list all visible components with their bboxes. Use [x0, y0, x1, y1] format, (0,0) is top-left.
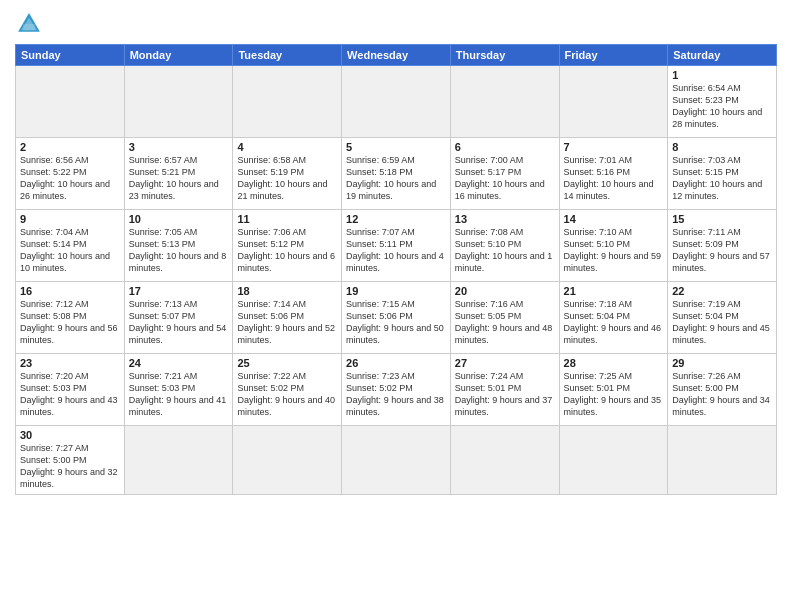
day-info: Sunrise: 7:14 AM Sunset: 5:06 PM Dayligh…	[237, 298, 337, 347]
day-info: Sunrise: 7:00 AM Sunset: 5:17 PM Dayligh…	[455, 154, 555, 203]
day-info: Sunrise: 7:27 AM Sunset: 5:00 PM Dayligh…	[20, 442, 120, 491]
day-number: 15	[672, 213, 772, 225]
calendar-week-row: 2Sunrise: 6:56 AM Sunset: 5:22 PM Daylig…	[16, 138, 777, 210]
col-header-wednesday: Wednesday	[342, 45, 451, 66]
calendar-cell: 28Sunrise: 7:25 AM Sunset: 5:01 PM Dayli…	[559, 354, 668, 426]
calendar-cell: 27Sunrise: 7:24 AM Sunset: 5:01 PM Dayli…	[450, 354, 559, 426]
day-info: Sunrise: 7:21 AM Sunset: 5:03 PM Dayligh…	[129, 370, 229, 419]
day-number: 30	[20, 429, 120, 441]
logo	[15, 10, 47, 38]
day-info: Sunrise: 6:57 AM Sunset: 5:21 PM Dayligh…	[129, 154, 229, 203]
calendar-header-row: SundayMondayTuesdayWednesdayThursdayFrid…	[16, 45, 777, 66]
day-info: Sunrise: 6:58 AM Sunset: 5:19 PM Dayligh…	[237, 154, 337, 203]
calendar-week-row: 9Sunrise: 7:04 AM Sunset: 5:14 PM Daylig…	[16, 210, 777, 282]
calendar: SundayMondayTuesdayWednesdayThursdayFrid…	[15, 44, 777, 495]
calendar-cell: 21Sunrise: 7:18 AM Sunset: 5:04 PM Dayli…	[559, 282, 668, 354]
page: SundayMondayTuesdayWednesdayThursdayFrid…	[0, 0, 792, 612]
day-number: 14	[564, 213, 664, 225]
day-number: 12	[346, 213, 446, 225]
calendar-cell	[16, 66, 125, 138]
day-number: 24	[129, 357, 229, 369]
col-header-friday: Friday	[559, 45, 668, 66]
calendar-cell: 25Sunrise: 7:22 AM Sunset: 5:02 PM Dayli…	[233, 354, 342, 426]
calendar-cell	[668, 426, 777, 495]
day-info: Sunrise: 7:23 AM Sunset: 5:02 PM Dayligh…	[346, 370, 446, 419]
day-number: 4	[237, 141, 337, 153]
calendar-week-row: 16Sunrise: 7:12 AM Sunset: 5:08 PM Dayli…	[16, 282, 777, 354]
calendar-cell	[124, 66, 233, 138]
day-number: 25	[237, 357, 337, 369]
calendar-cell: 26Sunrise: 7:23 AM Sunset: 5:02 PM Dayli…	[342, 354, 451, 426]
day-info: Sunrise: 7:07 AM Sunset: 5:11 PM Dayligh…	[346, 226, 446, 275]
calendar-cell	[559, 66, 668, 138]
calendar-cell: 18Sunrise: 7:14 AM Sunset: 5:06 PM Dayli…	[233, 282, 342, 354]
day-number: 16	[20, 285, 120, 297]
calendar-cell: 7Sunrise: 7:01 AM Sunset: 5:16 PM Daylig…	[559, 138, 668, 210]
calendar-cell: 13Sunrise: 7:08 AM Sunset: 5:10 PM Dayli…	[450, 210, 559, 282]
day-number: 2	[20, 141, 120, 153]
calendar-cell	[342, 66, 451, 138]
calendar-cell: 16Sunrise: 7:12 AM Sunset: 5:08 PM Dayli…	[16, 282, 125, 354]
calendar-cell: 2Sunrise: 6:56 AM Sunset: 5:22 PM Daylig…	[16, 138, 125, 210]
calendar-week-row: 30Sunrise: 7:27 AM Sunset: 5:00 PM Dayli…	[16, 426, 777, 495]
calendar-cell	[450, 66, 559, 138]
day-info: Sunrise: 7:16 AM Sunset: 5:05 PM Dayligh…	[455, 298, 555, 347]
day-info: Sunrise: 7:01 AM Sunset: 5:16 PM Dayligh…	[564, 154, 664, 203]
day-number: 13	[455, 213, 555, 225]
calendar-cell: 1Sunrise: 6:54 AM Sunset: 5:23 PM Daylig…	[668, 66, 777, 138]
day-number: 23	[20, 357, 120, 369]
calendar-cell: 15Sunrise: 7:11 AM Sunset: 5:09 PM Dayli…	[668, 210, 777, 282]
calendar-cell	[559, 426, 668, 495]
calendar-cell: 20Sunrise: 7:16 AM Sunset: 5:05 PM Dayli…	[450, 282, 559, 354]
day-number: 21	[564, 285, 664, 297]
day-number: 22	[672, 285, 772, 297]
day-info: Sunrise: 7:03 AM Sunset: 5:15 PM Dayligh…	[672, 154, 772, 203]
day-info: Sunrise: 7:11 AM Sunset: 5:09 PM Dayligh…	[672, 226, 772, 275]
day-number: 26	[346, 357, 446, 369]
calendar-cell	[233, 426, 342, 495]
day-number: 29	[672, 357, 772, 369]
day-number: 10	[129, 213, 229, 225]
calendar-cell: 5Sunrise: 6:59 AM Sunset: 5:18 PM Daylig…	[342, 138, 451, 210]
day-info: Sunrise: 7:19 AM Sunset: 5:04 PM Dayligh…	[672, 298, 772, 347]
col-header-thursday: Thursday	[450, 45, 559, 66]
day-info: Sunrise: 7:22 AM Sunset: 5:02 PM Dayligh…	[237, 370, 337, 419]
day-number: 9	[20, 213, 120, 225]
svg-rect-2	[23, 24, 35, 30]
day-info: Sunrise: 7:24 AM Sunset: 5:01 PM Dayligh…	[455, 370, 555, 419]
day-info: Sunrise: 7:12 AM Sunset: 5:08 PM Dayligh…	[20, 298, 120, 347]
day-info: Sunrise: 7:25 AM Sunset: 5:01 PM Dayligh…	[564, 370, 664, 419]
col-header-monday: Monday	[124, 45, 233, 66]
day-number: 7	[564, 141, 664, 153]
day-info: Sunrise: 7:20 AM Sunset: 5:03 PM Dayligh…	[20, 370, 120, 419]
day-info: Sunrise: 7:13 AM Sunset: 5:07 PM Dayligh…	[129, 298, 229, 347]
calendar-cell: 19Sunrise: 7:15 AM Sunset: 5:06 PM Dayli…	[342, 282, 451, 354]
day-info: Sunrise: 6:56 AM Sunset: 5:22 PM Dayligh…	[20, 154, 120, 203]
col-header-saturday: Saturday	[668, 45, 777, 66]
calendar-cell: 29Sunrise: 7:26 AM Sunset: 5:00 PM Dayli…	[668, 354, 777, 426]
header	[15, 10, 777, 38]
calendar-week-row: 1Sunrise: 6:54 AM Sunset: 5:23 PM Daylig…	[16, 66, 777, 138]
calendar-cell: 30Sunrise: 7:27 AM Sunset: 5:00 PM Dayli…	[16, 426, 125, 495]
day-info: Sunrise: 7:10 AM Sunset: 5:10 PM Dayligh…	[564, 226, 664, 275]
calendar-cell: 17Sunrise: 7:13 AM Sunset: 5:07 PM Dayli…	[124, 282, 233, 354]
day-number: 28	[564, 357, 664, 369]
day-number: 5	[346, 141, 446, 153]
logo-icon	[15, 10, 43, 38]
calendar-cell	[450, 426, 559, 495]
day-number: 3	[129, 141, 229, 153]
day-info: Sunrise: 7:18 AM Sunset: 5:04 PM Dayligh…	[564, 298, 664, 347]
calendar-cell: 22Sunrise: 7:19 AM Sunset: 5:04 PM Dayli…	[668, 282, 777, 354]
calendar-cell: 11Sunrise: 7:06 AM Sunset: 5:12 PM Dayli…	[233, 210, 342, 282]
day-number: 11	[237, 213, 337, 225]
calendar-cell: 9Sunrise: 7:04 AM Sunset: 5:14 PM Daylig…	[16, 210, 125, 282]
day-info: Sunrise: 7:05 AM Sunset: 5:13 PM Dayligh…	[129, 226, 229, 275]
calendar-cell: 3Sunrise: 6:57 AM Sunset: 5:21 PM Daylig…	[124, 138, 233, 210]
calendar-cell	[233, 66, 342, 138]
day-info: Sunrise: 7:04 AM Sunset: 5:14 PM Dayligh…	[20, 226, 120, 275]
day-number: 6	[455, 141, 555, 153]
calendar-cell: 8Sunrise: 7:03 AM Sunset: 5:15 PM Daylig…	[668, 138, 777, 210]
calendar-week-row: 23Sunrise: 7:20 AM Sunset: 5:03 PM Dayli…	[16, 354, 777, 426]
calendar-cell: 23Sunrise: 7:20 AM Sunset: 5:03 PM Dayli…	[16, 354, 125, 426]
day-info: Sunrise: 7:06 AM Sunset: 5:12 PM Dayligh…	[237, 226, 337, 275]
